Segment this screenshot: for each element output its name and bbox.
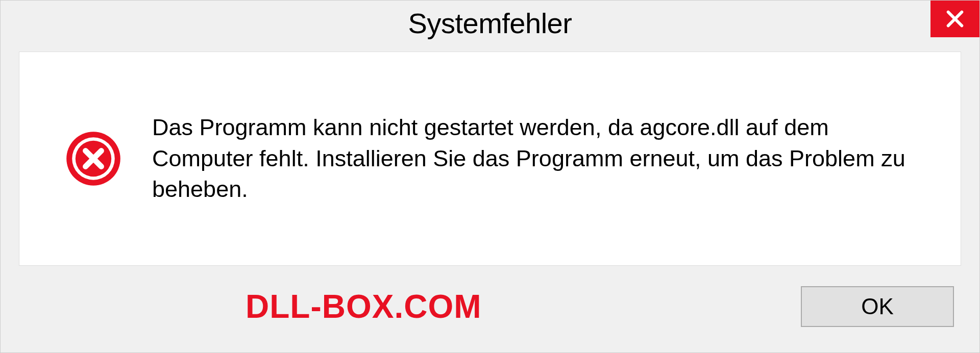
close-icon [945,9,965,29]
titlebar: Systemfehler [1,1,979,46]
dialog-title: Systemfehler [408,7,572,40]
error-icon [65,131,121,187]
ok-button[interactable]: OK [801,286,954,327]
error-dialog: Systemfehler Das Programm kann nicht ges… [0,0,980,353]
close-button[interactable] [930,1,979,37]
dialog-footer: DLL-BOX.COM OK [1,276,979,352]
error-message: Das Programm kann nicht gestartet werden… [152,112,930,205]
watermark-text: DLL-BOX.COM [246,288,482,325]
content-panel: Das Programm kann nicht gestartet werden… [19,52,961,266]
